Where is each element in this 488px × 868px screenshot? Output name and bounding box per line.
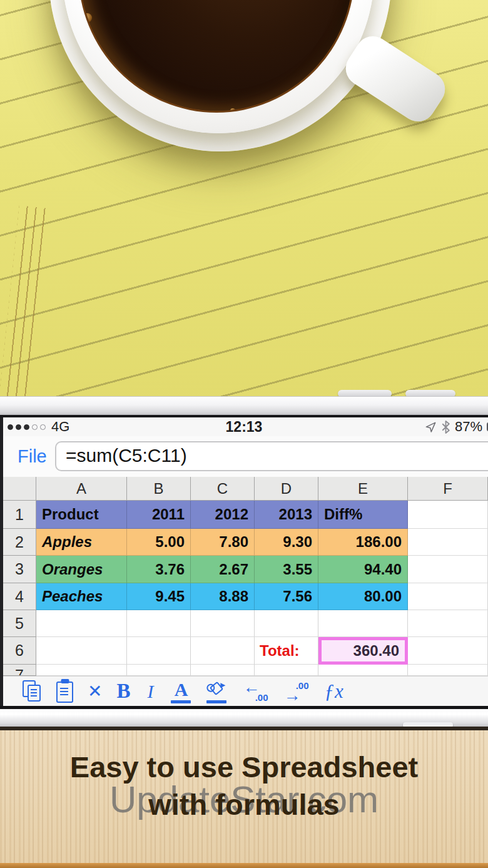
cell-E2[interactable]: 186.00 <box>318 529 408 556</box>
cell-C5[interactable] <box>191 610 255 637</box>
cell-C3[interactable]: 2.67 <box>191 556 255 583</box>
bold-icon: B <box>116 680 130 703</box>
cell-B4[interactable]: 9.45 <box>127 583 191 610</box>
battery-percent: 87% <box>455 419 482 435</box>
increase-decimal-button[interactable]: → .00 <box>283 677 310 706</box>
cell-C2[interactable]: 7.80 <box>191 529 255 556</box>
col-header-b[interactable]: B <box>127 477 191 501</box>
row-header[interactable]: 5 <box>3 610 36 637</box>
cell-C1[interactable]: 2012 <box>191 501 255 529</box>
col-header-c[interactable]: C <box>191 477 255 501</box>
cell-D5[interactable] <box>255 610 318 637</box>
cell-B6[interactable] <box>127 637 191 665</box>
row-header[interactable]: 6 <box>3 637 36 665</box>
copy-icon <box>23 680 42 703</box>
phone-top-edge <box>0 396 488 415</box>
cell-F1[interactable] <box>408 501 488 529</box>
row-header[interactable]: 1 <box>3 501 36 529</box>
file-menu-button[interactable]: File <box>18 446 47 467</box>
col-header-a[interactable]: A <box>36 477 127 501</box>
bluetooth-icon <box>441 421 450 434</box>
increase-decimal-icon: → .00 <box>283 679 310 704</box>
cell-C6[interactable] <box>191 637 255 665</box>
cell-F7[interactable] <box>408 665 488 676</box>
row-header[interactable]: 7 <box>3 665 36 676</box>
cell-A3[interactable]: Oranges <box>36 556 127 583</box>
cell-C7[interactable] <box>191 665 255 676</box>
fill-color-button[interactable] <box>206 677 228 706</box>
cell-C4[interactable]: 8.88 <box>191 583 255 610</box>
cell-A6[interactable] <box>36 637 127 665</box>
cell-E6-selected[interactable]: 360.40 <box>318 637 408 665</box>
cell-F2[interactable] <box>408 529 488 556</box>
grid-corner[interactable] <box>3 477 36 501</box>
cell-A1[interactable]: Product <box>36 501 127 529</box>
cell-D6-total-label[interactable]: Total: <box>255 637 318 665</box>
clock: 12:13 <box>0 417 488 436</box>
text-color-button[interactable]: A <box>170 677 191 706</box>
cell-A4[interactable]: Peaches <box>36 583 127 610</box>
decrease-decimal-button[interactable]: ← .00 <box>243 677 269 706</box>
formula-bar: File <box>0 436 488 477</box>
decrease-decimal-icon: ← .00 <box>243 679 269 704</box>
row-header[interactable]: 3 <box>3 556 36 583</box>
cell-E4[interactable]: 80.00 <box>318 583 408 610</box>
formula-input[interactable] <box>55 441 488 471</box>
copy-button[interactable] <box>23 677 42 706</box>
app-screenshot: 4G 12:13 87% File A B C D <box>0 0 488 868</box>
status-right: 87% <box>425 417 488 436</box>
coffee-photo <box>0 0 488 396</box>
cell-D1[interactable]: 2013 <box>255 501 318 529</box>
cell-B2[interactable]: 5.00 <box>127 529 191 556</box>
bold-button[interactable]: B <box>116 677 130 706</box>
italic-button[interactable]: I <box>145 677 156 706</box>
cell-D4[interactable]: 7.56 <box>255 583 318 610</box>
cell-F3[interactable] <box>408 556 488 583</box>
cell-F4[interactable] <box>408 583 488 610</box>
cut-button[interactable]: ✕ <box>88 677 102 706</box>
cell-A5[interactable] <box>36 610 127 637</box>
row-header[interactable]: 2 <box>3 529 36 556</box>
phone-bezel-left <box>0 417 3 706</box>
col-header-d[interactable]: D <box>255 477 318 501</box>
fill-color-icon <box>206 679 228 704</box>
formatting-toolbar: ✕ B I A ← <box>0 676 488 706</box>
cell-E1[interactable]: Diff% <box>318 501 408 529</box>
cell-D7[interactable] <box>255 665 318 676</box>
cell-E3[interactable]: 94.40 <box>318 556 408 583</box>
phone-bottom-edge <box>0 709 488 727</box>
phone-screen: 4G 12:13 87% File A B C D <box>0 417 488 706</box>
function-icon: ƒx <box>324 680 343 703</box>
function-button[interactable]: ƒx <box>324 677 343 706</box>
cut-icon: ✕ <box>88 681 102 702</box>
col-header-e[interactable]: E <box>318 477 408 501</box>
paste-icon <box>56 682 73 703</box>
italic-icon: I <box>147 681 153 702</box>
caption-line-2: with formulas <box>0 787 488 823</box>
cell-E7[interactable] <box>318 665 408 676</box>
spreadsheet-grid: A B C D E F 1 Product 2011 2012 2013 Dif… <box>3 477 488 676</box>
cell-B5[interactable] <box>127 610 191 637</box>
cell-D3[interactable]: 3.55 <box>255 556 318 583</box>
cell-E5[interactable] <box>318 610 408 637</box>
cell-A2[interactable]: Apples <box>36 529 127 556</box>
cell-D2[interactable]: 9.30 <box>255 529 318 556</box>
status-bar: 4G 12:13 87% <box>0 417 488 436</box>
cell-B7[interactable] <box>127 665 191 676</box>
caption-line-1: Easy to use Spreadsheet <box>0 749 488 785</box>
location-arrow-icon <box>425 421 437 433</box>
cell-F6[interactable] <box>408 637 488 665</box>
cell-B3[interactable]: 3.76 <box>127 556 191 583</box>
cell-F5[interactable] <box>408 610 488 637</box>
row-header[interactable]: 4 <box>3 583 36 610</box>
col-header-f[interactable]: F <box>408 477 488 501</box>
caption-area: UpdateStar.com Easy to use Spreadsheet w… <box>0 730 488 868</box>
paste-button[interactable] <box>56 677 73 706</box>
text-color-icon: A <box>170 679 191 704</box>
cell-A7[interactable] <box>36 665 127 676</box>
caption-text: Easy to use Spreadsheet with formulas <box>0 749 488 823</box>
cell-B1[interactable]: 2011 <box>127 501 191 529</box>
